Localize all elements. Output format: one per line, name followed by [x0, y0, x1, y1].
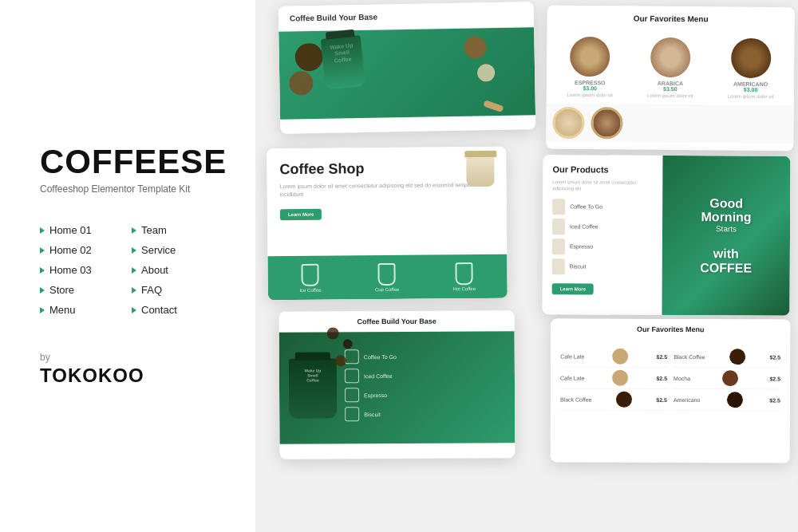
menu-item-3: Black Coffee $2.5 — [560, 389, 667, 411]
dark-cup: Wake UpSmellCoffee — [289, 358, 337, 418]
ingredient-vanilla — [477, 64, 495, 81]
nav-item-menu[interactable]: Menu — [40, 300, 132, 320]
bean-2 — [343, 339, 353, 349]
learn-more-btn[interactable]: Learn More — [280, 208, 322, 219]
card2-title: Our Favorites Menu — [547, 6, 795, 33]
nav-bullet — [132, 267, 136, 274]
hot-coffee-label: Hot Coffee — [452, 286, 476, 291]
nav-bullet — [40, 287, 45, 294]
card2-bottom-row — [546, 104, 793, 144]
nav-bullet — [40, 227, 45, 234]
ingredient-cacao — [464, 36, 486, 58]
p4: Biscuit — [345, 406, 505, 421]
main-cup: Wake Up Smell Coffee — [321, 35, 365, 90]
left-panel: COFFEESE Coffeeshop Elementor Template K… — [0, 0, 255, 532]
card3-title: Coffee Shop — [279, 160, 493, 178]
ingredient-stick — [483, 100, 504, 112]
card-coffee-shop: Coffee Shop Lorem ipsum dolor sit amet c… — [267, 147, 508, 301]
product-biscuit: Biscuit — [552, 258, 653, 275]
americano-img — [731, 38, 771, 78]
brand-title: COFFEESE — [40, 145, 223, 179]
card4-left: Our Products Lorem ipsum dolor sit amet … — [542, 155, 662, 315]
menu-item-5: Mocha $2.5 — [674, 368, 780, 389]
cup-coffee-icon — [378, 262, 396, 285]
arabica-img — [650, 37, 690, 77]
coffee-americano: AMERICANO $3.00 Lorem ipsum dolor sit — [713, 37, 788, 99]
right-panel: Coffee Build Your Base Wake Up Smell Cof… — [255, 0, 798, 532]
menu-item-6: Americano $2.5 — [674, 389, 780, 411]
p-label-4: Biscuit — [364, 412, 381, 417]
p3: Espresso — [345, 387, 505, 402]
card-coffee-build-bottom: Coffee Build Your Base Wake UpSmellCoffe… — [279, 310, 516, 459]
ice-coffee-label: Ice Coffee — [299, 287, 321, 292]
card-favorites-menu-bottom: Our Favorites Menu Cafe Late $2.5 Cafe L… — [551, 318, 791, 463]
espresso-desc: Lorem ipsum dolor sit — [553, 93, 627, 98]
americano-desc: Lorem ipsum dolor sit — [713, 93, 788, 99]
menu-dot-5 — [722, 370, 738, 386]
nav-bullet — [132, 227, 136, 234]
hot-coffee-icon — [455, 262, 472, 285]
nav-grid: Home 01 Home 02 Home 03 Store Menu — [40, 220, 223, 320]
good-morning-tagline: GoodMorningStartswithCOFFEE — [692, 188, 760, 283]
nav-item-contact[interactable]: Contact — [132, 300, 223, 320]
service-hot-coffee: Hot Coffee — [452, 262, 476, 291]
product-coffee-to-go: Coffee To Go — [552, 199, 653, 215]
card1-body: Wake Up Smell Coffee — [279, 27, 535, 120]
learn-more-btn-2[interactable]: Learn More — [552, 283, 594, 294]
ice-coffee-icon — [302, 263, 319, 286]
menu-dot-4 — [729, 349, 745, 365]
menu-dot-6 — [727, 392, 743, 408]
product-icon-3 — [552, 238, 565, 254]
product-icon-1 — [552, 199, 565, 215]
bean-1 — [327, 327, 339, 339]
card6-title: Our Favorites Menu — [551, 318, 790, 340]
card5-products: Coffee To Go Iced Coffee Espresso Biscui… — [345, 349, 505, 426]
p-icon-1 — [345, 349, 359, 364]
card3-footer: Ice Coffee Cup Coffee Hot Coffee — [267, 254, 507, 301]
nav-item-store[interactable]: Store — [40, 280, 132, 300]
nav-bullet — [40, 247, 45, 254]
product-name-1: Coffee To Go — [570, 204, 602, 210]
menu-dot-3 — [616, 392, 632, 408]
bean-3 — [335, 355, 346, 366]
nav-item-home03[interactable]: Home 03 — [40, 260, 132, 280]
product-iced-coffee: Iced Coffee — [552, 219, 653, 235]
arabica-desc: Lorem ipsum dolor sit — [633, 93, 707, 99]
nav-item-home02[interactable]: Home 02 — [40, 240, 132, 260]
nav-item-about[interactable]: About — [132, 260, 223, 280]
nav-item-home01[interactable]: Home 01 — [40, 220, 132, 240]
card-our-products: Our Products Lorem ipsum dolor sit amet … — [542, 155, 790, 316]
p2: Iced Coffee — [345, 368, 505, 383]
cup-coffee-label: Cup Coffee — [375, 286, 399, 291]
nav-col-1: Home 01 Home 02 Home 03 Store Menu — [40, 220, 132, 320]
creator-section: by TOKOKOO — [40, 352, 223, 387]
card-favorites-menu-top: Our Favorites Menu ESPRESSO $3.00 Lorem … — [546, 6, 795, 152]
nav-bullet — [40, 307, 45, 313]
menu-col-1: Cafe Late $2.5 Cafe Late $2.5 Black Coff… — [560, 346, 667, 411]
menu-item-2: Cafe Late $2.5 — [560, 368, 667, 389]
card4-desc: Lorem ipsum dolor sit amet consectetur a… — [552, 179, 653, 192]
p-icon-4 — [345, 407, 359, 421]
nav-bullet — [132, 247, 136, 254]
espresso-price: $3.00 — [553, 85, 627, 92]
card4-right: GoodMorningStartswithCOFFEE — [662, 156, 790, 316]
arabica-price: $3.50 — [634, 86, 708, 93]
card4-title: Our Products — [552, 164, 653, 175]
coffee-arabica: ARABICA $3.50 Lorem ipsum dolor sit — [633, 37, 707, 99]
nav-item-faq[interactable]: FAQ — [132, 280, 223, 300]
brand-subtitle: Coffeeshop Elementor Template Kit — [40, 183, 223, 195]
floating-cup — [462, 151, 499, 197]
nav-item-service[interactable]: Service — [132, 240, 223, 260]
product-icon-2 — [552, 219, 565, 234]
p1: Coffee To Go — [345, 349, 505, 364]
card5-body: Wake UpSmellCoffee Coffee To Go Iced Cof… — [279, 331, 516, 444]
product-espresso: Espresso — [552, 238, 653, 255]
product-icon-4 — [552, 258, 565, 274]
service-cup-coffee: Cup Coffee — [375, 262, 400, 291]
service-ice-coffee: Ice Coffee — [299, 263, 322, 292]
menu-dot-2 — [612, 370, 628, 386]
p-icon-2 — [345, 368, 359, 383]
americano-price: $3.00 — [713, 86, 788, 93]
nav-item-team[interactable]: Team — [132, 220, 223, 240]
card3-text: Lorem ipsum dolor sit amet consectetur a… — [280, 181, 494, 199]
